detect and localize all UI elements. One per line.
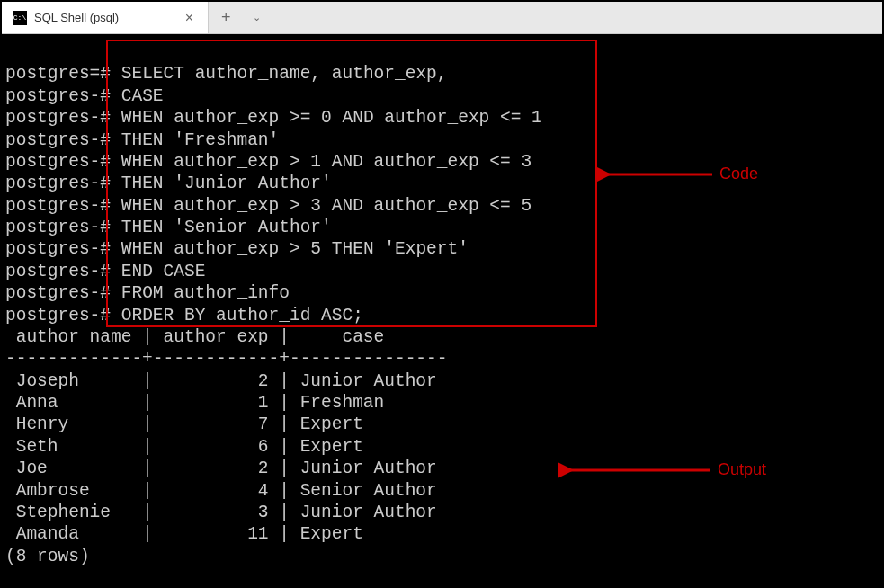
- tab-title: SQL Shell (psql): [34, 11, 171, 24]
- sql-line-9: WHEN author_exp > 5 THEN 'Expert': [121, 239, 469, 259]
- table-row: Amanda | 11 | Expert: [5, 524, 363, 544]
- code-annotation: Code: [595, 165, 758, 183]
- arrow-left-icon: [595, 165, 712, 183]
- sql-line-3: WHEN author_exp >= 0 AND author_exp <= 1: [121, 108, 542, 128]
- table-divider: -------------+------------+-------------…: [5, 349, 447, 369]
- sql-line-5: WHEN author_exp > 1 AND author_exp <= 3: [121, 152, 531, 172]
- prompt-main: postgres=#: [5, 64, 111, 84]
- terminal-content: postgres=# SELECT author_name, author_ex…: [5, 63, 879, 567]
- prompt-cont: postgres-#: [5, 218, 111, 237]
- prompt-cont: postgres-#: [5, 174, 111, 193]
- arrow-left-icon: [558, 461, 710, 479]
- table-row: Seth | 6 | Expert: [5, 437, 363, 457]
- sql-line-10: END CASE: [121, 262, 206, 281]
- psql-icon: C:\: [13, 11, 27, 25]
- terminal[interactable]: postgres=# SELECT author_name, author_ex…: [2, 34, 882, 586]
- prompt-cont: postgres-#: [5, 152, 111, 172]
- table-row: Henry | 7 | Expert: [5, 414, 363, 434]
- prompt-cont: postgres-#: [5, 239, 111, 259]
- sql-line-8: THEN 'Senior Author': [121, 218, 332, 237]
- sql-line-2: CASE: [121, 86, 164, 106]
- prompt-cont: postgres-#: [5, 306, 111, 325]
- output-label: Output: [718, 460, 766, 479]
- sql-line-4: THEN 'Freshman': [121, 130, 280, 150]
- titlebar: C:\ SQL Shell (psql) × + ⌄: [2, 2, 882, 34]
- table-row: Joseph | 2 | Junior Author: [5, 371, 437, 391]
- table-row: Joe | 2 | Junior Author: [5, 459, 437, 478]
- prompt-cont: postgres-#: [5, 196, 111, 216]
- tab-dropdown-icon[interactable]: ⌄: [244, 12, 270, 23]
- table-row: Ambrose | 4 | Senior Author: [5, 481, 437, 501]
- sql-line-6: THEN 'Junior Author': [121, 174, 332, 193]
- prompt-cont: postgres-#: [5, 130, 111, 150]
- prompt-cont: postgres-#: [5, 108, 111, 128]
- sql-line-1: SELECT author_name, author_exp,: [121, 64, 448, 84]
- close-icon[interactable]: ×: [182, 10, 197, 26]
- sql-line-11: FROM author_info: [121, 283, 290, 303]
- sql-line-7: WHEN author_exp > 3 AND author_exp <= 5: [121, 196, 531, 216]
- new-tab-button[interactable]: +: [209, 8, 244, 27]
- table-row: Stephenie | 3 | Junior Author: [5, 503, 437, 522]
- prompt-cont: postgres-#: [5, 86, 111, 106]
- prompt-cont: postgres-#: [5, 262, 111, 281]
- output-annotation: Output: [558, 460, 766, 479]
- prompt-cont: postgres-#: [5, 283, 111, 303]
- code-label: Code: [719, 165, 758, 183]
- table-row: Anna | 1 | Freshman: [5, 393, 384, 413]
- window-tab[interactable]: C:\ SQL Shell (psql) ×: [2, 2, 209, 33]
- sql-line-12: ORDER BY author_id ASC;: [121, 306, 363, 325]
- table-header: author_name | author_exp | case: [5, 327, 384, 347]
- table-footer: (8 rows): [5, 547, 90, 566]
